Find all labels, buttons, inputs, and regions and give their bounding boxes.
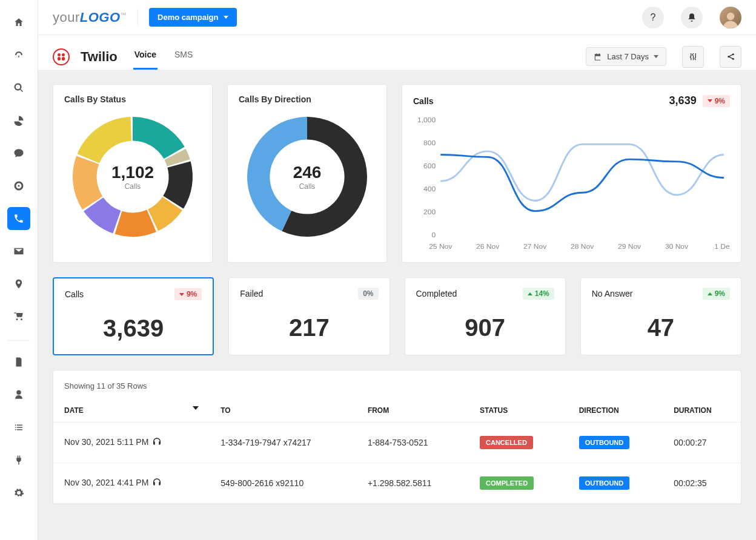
nav-dashboard[interactable]	[7, 44, 30, 67]
card-calls-by-direction: Calls By Direction 246 Calls	[227, 84, 387, 263]
svg-text:27 Nov: 27 Nov	[523, 243, 546, 251]
svg-text:28 Nov: 28 Nov	[571, 243, 594, 251]
table-row: Nov 30, 2021 5:11 PM 1-334-719-7947 x742…	[53, 423, 741, 463]
kpi-card[interactable]: No Answer 9% 47	[580, 277, 741, 355]
delta-badge: 9%	[703, 95, 730, 107]
line-chart: 02004006008001,00025 Nov26 Nov27 Nov28 N…	[413, 114, 730, 252]
table-card: Showing 11 of 35 Rows DATETOFROMSTATUSDI…	[53, 370, 741, 504]
nav-divider	[7, 340, 30, 341]
donut-unit: Calls	[293, 182, 322, 191]
nav-list[interactable]	[7, 416, 30, 439]
delta-badge: 9%	[703, 288, 730, 300]
help-button[interactable]: ?	[642, 7, 664, 28]
column-header[interactable]: DURATION	[663, 399, 741, 423]
nav-home[interactable]	[7, 11, 30, 34]
column-header[interactable]: TO	[210, 399, 357, 423]
headset-icon	[152, 437, 162, 449]
nav-settings[interactable]	[7, 481, 30, 504]
sort-desc-icon	[193, 406, 199, 410]
campaign-dropdown[interactable]: Demo campaign	[149, 8, 236, 27]
filter-button[interactable]	[682, 46, 704, 68]
donut-value: 1,102	[111, 163, 154, 182]
tab-voice[interactable]: Voice	[133, 44, 158, 70]
status-badge: CANCELLED	[480, 436, 533, 449]
caret-down-icon	[179, 293, 184, 296]
logo-your: your	[53, 10, 80, 25]
column-header[interactable]: FROM	[357, 399, 469, 423]
column-header[interactable]: DIRECTION	[568, 399, 663, 423]
nav-calls[interactable]	[7, 207, 30, 230]
cell-from: 1-884-753-0521	[357, 423, 469, 463]
nav-target[interactable]	[7, 174, 30, 197]
kpi-name: Calls	[65, 289, 84, 299]
cell-date: Nov 30, 2021 5:11 PM	[53, 423, 210, 463]
campaign-label: Demo campaign	[158, 13, 218, 22]
help-icon: ?	[651, 12, 656, 23]
period-label: Last 7 Days	[607, 52, 649, 61]
table-row: Nov 30, 2021 4:41 PM 549-800-2616 x92110…	[53, 463, 741, 504]
twilio-icon	[53, 48, 70, 65]
caret-down-icon	[708, 99, 712, 102]
cell-direction: OUTBOUND	[568, 423, 663, 463]
content: Calls By Status 1,102 Calls Calls By Dir…	[38, 70, 756, 540]
svg-text:26 Nov: 26 Nov	[476, 243, 499, 251]
svg-text:600: 600	[423, 162, 436, 170]
nav-location[interactable]	[7, 272, 30, 295]
table-meta: Showing 11 of 35 Rows	[53, 381, 741, 399]
donut-unit: Calls	[111, 182, 154, 191]
kpi-card[interactable]: Failed 0% 217	[228, 277, 390, 355]
svg-text:800: 800	[423, 139, 436, 147]
svg-point-0	[727, 12, 735, 20]
card-title: Calls	[413, 96, 433, 106]
nav-pie[interactable]	[7, 109, 30, 132]
logo-logo: LOGO	[80, 10, 121, 25]
kpi-name: Failed	[240, 289, 263, 298]
kpi-name: No Answer	[592, 289, 633, 298]
kpi-value: 217	[240, 314, 378, 341]
card-calls-by-status: Calls By Status 1,102 Calls	[53, 84, 213, 263]
kpi-card[interactable]: Calls 9% 3,639	[53, 277, 214, 355]
delta-badge: 14%	[523, 288, 554, 300]
kpi-card[interactable]: Completed 14% 907	[405, 277, 566, 355]
sliders-icon	[689, 52, 698, 61]
logo: yourLOGO™	[53, 10, 127, 25]
column-header[interactable]: DATE	[53, 399, 210, 423]
tabs: Voice SMS	[133, 44, 194, 70]
share-button[interactable]	[720, 46, 741, 68]
svg-text:1 Dec: 1 Dec	[714, 243, 730, 251]
svg-text:1,000: 1,000	[417, 116, 436, 124]
donut-value: 246	[293, 163, 322, 182]
nav-cart[interactable]	[7, 305, 30, 328]
headset-icon	[152, 478, 162, 489]
tab-sms[interactable]: SMS	[173, 44, 194, 70]
card-title: Calls By Status	[64, 94, 201, 104]
topbar: yourLOGO™ Demo campaign ?	[38, 0, 756, 35]
logo-tm: ™	[121, 11, 127, 18]
user-avatar[interactable]	[720, 7, 741, 28]
nav-chat[interactable]	[7, 142, 30, 165]
nav-reports[interactable]	[7, 351, 30, 374]
chevron-down-icon	[224, 16, 228, 19]
page-header: Twilio Voice SMS Last 7 Days	[38, 35, 756, 70]
svg-text:25 Nov: 25 Nov	[429, 243, 452, 251]
caret-up-icon	[528, 292, 532, 295]
svg-text:400: 400	[423, 185, 436, 193]
cell-to: 1-334-719-7947 x74217	[210, 423, 357, 463]
notifications-button[interactable]	[681, 7, 703, 28]
share-icon	[726, 52, 735, 61]
cell-from: +1.298.582.5811	[357, 463, 469, 504]
kpi-value: 3,639	[65, 315, 202, 342]
nav-search[interactable]	[7, 76, 30, 99]
column-header[interactable]: STATUS	[469, 399, 568, 423]
svg-text:30 Nov: 30 Nov	[665, 243, 688, 251]
period-dropdown[interactable]: Last 7 Days	[586, 47, 666, 66]
nav-user[interactable]	[7, 383, 30, 406]
svg-text:0: 0	[431, 231, 436, 239]
caret-up-icon	[708, 292, 712, 295]
nav-email[interactable]	[7, 240, 30, 263]
cell-duration: 00:00:27	[663, 423, 741, 463]
svg-text:29 Nov: 29 Nov	[618, 243, 641, 251]
nav-plugin[interactable]	[7, 449, 30, 472]
delta-badge: 0%	[358, 288, 378, 300]
direction-badge: OUTBOUND	[579, 436, 630, 449]
